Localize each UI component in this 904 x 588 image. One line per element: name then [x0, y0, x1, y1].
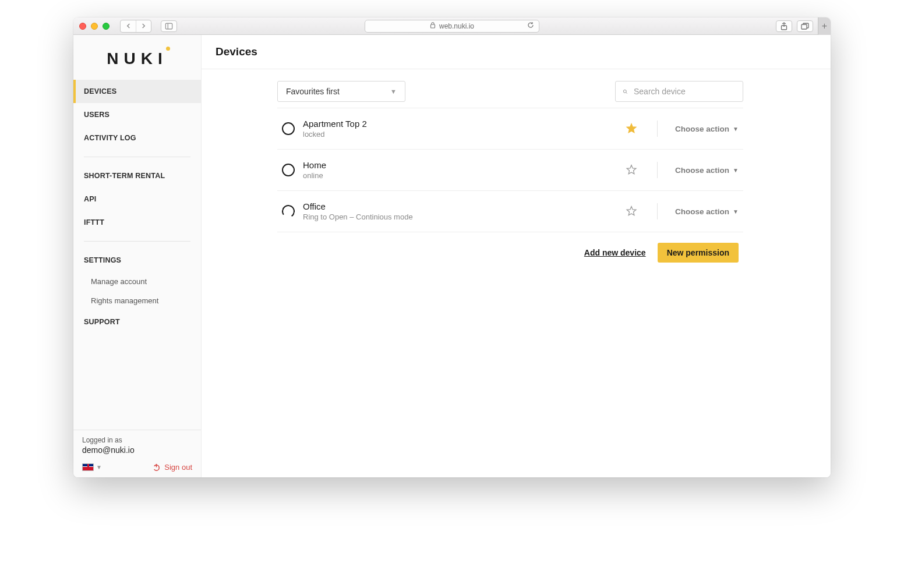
svg-rect-0 — [165, 23, 172, 29]
sidebar-item-label: API — [84, 195, 96, 203]
search-input[interactable] — [634, 87, 736, 96]
url-bar[interactable]: web.nuki.io — [365, 20, 539, 33]
add-device-label: Add new device — [584, 248, 646, 257]
device-info: Office Ring to Open – Continious mode — [303, 201, 617, 221]
chevron-down-icon: ▼ — [733, 208, 739, 215]
sidebar-item-rights-management[interactable]: Rights management — [73, 291, 201, 310]
choose-action-label: Choose action — [675, 207, 729, 216]
new-tab-button[interactable]: + — [818, 17, 831, 35]
app: NUKI DEVICES USERS ACTIVITY LOG SHORT-TE… — [73, 35, 831, 477]
sidebar-item-label: Manage account — [91, 277, 147, 286]
sidebar-item-ifttt[interactable]: IFTTT — [73, 211, 201, 234]
device-status: locked — [303, 130, 617, 139]
content: Favourites first ▼ Apartment Top 2 — [277, 69, 743, 274]
logo: NUKI — [73, 35, 201, 80]
device-row[interactable]: Apartment Top 2 locked Choose action ▼ — [277, 108, 743, 150]
page-header: Devices — [202, 35, 831, 69]
url-text: web.nuki.io — [439, 22, 474, 30]
logo-text: NUKI — [107, 49, 167, 68]
device-row[interactable]: Office Ring to Open – Continious mode Ch… — [277, 191, 743, 232]
actions-row: Add new device New permission — [277, 232, 743, 263]
browser-window: web.nuki.io + NUKI DEVICES USERS ACTI — [73, 17, 831, 477]
lock-icon — [430, 22, 436, 30]
sidebar-item-manage-account[interactable]: Manage account — [73, 272, 201, 291]
lock-ring-open-icon — [281, 204, 295, 218]
favourite-toggle[interactable] — [626, 123, 637, 134]
flag-uk-icon — [82, 463, 94, 471]
device-info: Home online — [303, 160, 617, 180]
favourite-toggle[interactable] — [626, 164, 637, 176]
add-device-link[interactable]: Add new device — [584, 248, 646, 257]
star-icon — [626, 123, 637, 134]
sidebar-item-label: SHORT-TERM RENTAL — [84, 172, 165, 180]
share-button[interactable] — [776, 20, 792, 32]
sidebar-item-devices[interactable]: DEVICES — [73, 80, 201, 103]
lock-ring-icon — [282, 164, 295, 176]
divider — [657, 162, 658, 178]
sidebar-item-label: USERS — [84, 111, 110, 119]
browser-sidebar-toggle[interactable] — [161, 20, 177, 32]
chevron-down-icon: ▼ — [733, 126, 739, 132]
favourite-toggle[interactable] — [626, 206, 637, 217]
choose-action-label: Choose action — [675, 166, 729, 175]
logo-dot-icon — [166, 47, 170, 51]
device-name: Office — [303, 201, 617, 211]
device-name: Apartment Top 2 — [303, 119, 617, 129]
star-icon — [626, 164, 637, 176]
sidebar-item-api[interactable]: API — [73, 187, 201, 211]
divider — [84, 241, 190, 242]
browser-chrome: web.nuki.io + — [73, 17, 831, 35]
choose-action-dropdown[interactable]: Choose action ▼ — [675, 207, 739, 216]
search-box[interactable] — [615, 81, 743, 102]
svg-rect-4 — [801, 24, 807, 29]
toolbar: Favourites first ▼ — [277, 81, 743, 102]
forward-button[interactable] — [136, 20, 151, 32]
sidebar-item-label: Rights management — [91, 296, 158, 305]
sidebar-item-short-term-rental[interactable]: SHORT-TERM RENTAL — [73, 164, 201, 187]
reload-icon[interactable] — [527, 22, 534, 30]
nav-secondary: SHORT-TERM RENTAL API IFTTT — [73, 164, 201, 234]
svg-line-8 — [626, 92, 627, 93]
divider — [657, 121, 658, 137]
sidebar-item-settings[interactable]: SETTINGS — [73, 249, 201, 272]
page-title: Devices — [216, 45, 817, 58]
sidebar-footer: Logged in as demo@nuki.io ▼ Sign out — [73, 430, 201, 477]
tabs-button[interactable] — [797, 20, 813, 32]
choose-action-dropdown[interactable]: Choose action ▼ — [675, 166, 739, 175]
chevron-down-icon: ▼ — [390, 88, 397, 95]
window-controls — [79, 23, 110, 30]
chevron-down-icon: ▼ — [733, 167, 739, 173]
sidebar-item-label: DEVICES — [84, 87, 116, 95]
sidebar-item-label: ACTIVITY LOG — [84, 134, 136, 142]
sign-out-button[interactable]: Sign out — [152, 463, 192, 472]
sidebar-item-support[interactable]: SUPPORT — [73, 310, 201, 334]
sidebar-item-activity-log[interactable]: ACTIVITY LOG — [73, 126, 201, 150]
search-icon — [623, 87, 628, 97]
star-icon — [626, 206, 637, 217]
account-email: demo@nuki.io — [82, 445, 192, 455]
lock-ring-icon — [282, 122, 295, 135]
device-info: Apartment Top 2 locked — [303, 119, 617, 139]
power-icon — [152, 463, 161, 472]
chevron-down-icon: ▼ — [96, 464, 102, 470]
device-status: online — [303, 171, 617, 180]
nav-buttons — [120, 20, 151, 33]
sort-dropdown[interactable]: Favourites first ▼ — [277, 81, 405, 102]
maximize-window-icon[interactable] — [103, 23, 110, 30]
chrome-right: + — [776, 17, 825, 35]
new-permission-button[interactable]: New permission — [658, 243, 739, 263]
nav-settings-group: SETTINGS Manage account Rights managemen… — [73, 249, 201, 334]
back-button[interactable] — [121, 20, 136, 32]
device-name: Home — [303, 160, 617, 170]
sidebar-item-label: IFTTT — [84, 218, 104, 226]
sidebar-item-users[interactable]: USERS — [73, 103, 201, 126]
logged-in-label: Logged in as — [82, 436, 192, 444]
sign-out-label: Sign out — [164, 463, 192, 472]
close-window-icon[interactable] — [79, 23, 86, 30]
device-row[interactable]: Home online Choose action ▼ — [277, 150, 743, 191]
sort-label: Favourites first — [286, 87, 340, 96]
minimize-window-icon[interactable] — [91, 23, 98, 30]
language-selector[interactable]: ▼ — [82, 463, 102, 471]
svg-point-7 — [623, 90, 626, 93]
choose-action-dropdown[interactable]: Choose action ▼ — [675, 125, 739, 133]
